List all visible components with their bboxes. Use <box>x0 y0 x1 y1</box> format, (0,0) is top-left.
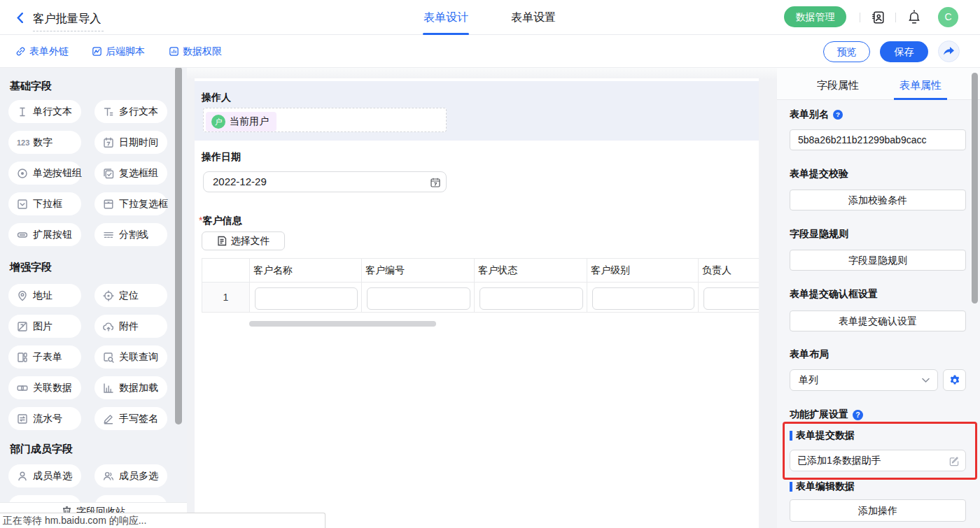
svg-text:?: ? <box>855 411 860 419</box>
svg-text:?: ? <box>836 110 840 118</box>
